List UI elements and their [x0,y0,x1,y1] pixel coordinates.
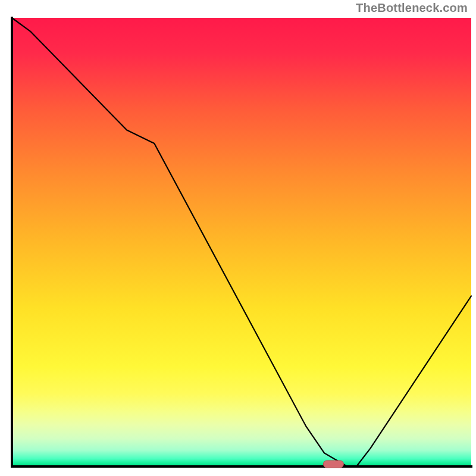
chart-canvas [0,0,476,476]
bottleneck-chart: TheBottleneck.com [0,0,476,476]
watermark-text: TheBottleneck.com [356,1,468,15]
optimal-point-marker [323,461,343,468]
